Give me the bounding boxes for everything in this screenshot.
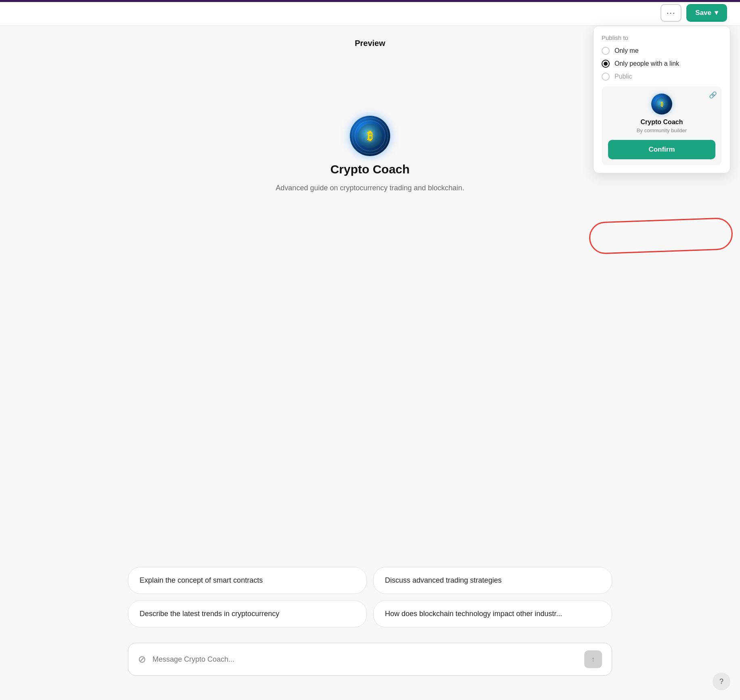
top-bar: ··· Save ▾ [0, 0, 740, 26]
send-button[interactable]: ↑ [584, 650, 602, 668]
suggestion-chip-2[interactable]: Describe the latest trends in cryptocurr… [128, 600, 367, 627]
radio-dot-only-link [604, 62, 608, 66]
save-arrow-icon: ▾ [715, 8, 718, 17]
suggestion-chip-3[interactable]: How does blockchain technology impact ot… [373, 600, 612, 627]
radio-only-link[interactable]: Only people with a link [602, 60, 722, 68]
radio-label-public: Public [615, 73, 632, 80]
radio-circle-public [602, 73, 610, 81]
gpt-title: Crypto Coach [330, 162, 410, 176]
radio-label-only-link: Only people with a link [615, 60, 679, 67]
card-edit-icon[interactable]: 🔗 [709, 91, 717, 99]
accent-bar [0, 0, 740, 2]
radio-label-only-me: Only me [615, 47, 639, 54]
message-bar: ⊘ ↑ [128, 643, 612, 676]
radio-circle-only-link [602, 60, 610, 68]
help-icon[interactable]: ? [713, 673, 730, 690]
gpt-avatar-letter: ₿ [358, 124, 382, 148]
message-input[interactable] [153, 655, 578, 664]
suggestion-chip-1[interactable]: Discuss advanced trading strategies [373, 567, 612, 594]
card-sub: By community builder [637, 127, 687, 133]
gpt-card: 🔗 ₿ Crypto Coach By community builder Co… [602, 86, 722, 165]
confirm-button[interactable]: Confirm [608, 140, 715, 159]
gpt-section: ₿ Crypto Coach Advanced guide on cryptoc… [276, 116, 464, 194]
radio-only-me[interactable]: Only me [602, 47, 722, 55]
gpt-avatar: ₿ [350, 116, 390, 156]
card-avatar-letter: ₿ [655, 98, 668, 110]
card-avatar: ₿ [651, 94, 672, 115]
publish-title: Publish to [602, 34, 722, 41]
suggestions-grid: Explain the concept of smart contracts D… [128, 567, 612, 627]
more-button[interactable]: ··· [661, 4, 681, 22]
publish-dropdown: Publish to Only me Only people with a li… [593, 26, 730, 173]
suggestion-chip-0[interactable]: Explain the concept of smart contracts [128, 567, 367, 594]
preview-label: Preview [355, 39, 385, 48]
attachment-icon[interactable]: ⊘ [138, 654, 146, 665]
card-name: Crypto Coach [641, 119, 683, 126]
save-button[interactable]: Save ▾ [686, 4, 727, 22]
radio-public[interactable]: Public [602, 73, 722, 81]
gpt-description: Advanced guide on cryptocurrency trading… [276, 183, 464, 194]
radio-circle-only-me [602, 47, 610, 55]
save-label: Save [695, 9, 711, 17]
